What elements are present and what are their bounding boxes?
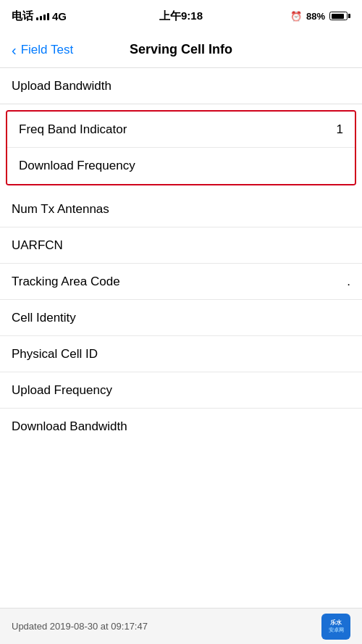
- network-type-label: 4G: [52, 10, 67, 22]
- nav-bar: ‹ Field Test Serving Cell Info: [0, 32, 362, 68]
- upload-bandwidth-label: Upload Bandwidth: [12, 79, 111, 93]
- updated-text: Updated 2019-08-30 at 09:17:47: [12, 621, 148, 632]
- carrier-label: 电话: [12, 9, 33, 23]
- content-area: Upload Bandwidth Freq Band Indicator 1 D…: [0, 68, 362, 445]
- signal-bar-3: [43, 14, 46, 20]
- num-tx-antennas-item: Num Tx Antennas: [0, 191, 362, 227]
- tracking-area-code-item: Tracking Area Code .: [0, 264, 362, 300]
- battery-icon: [329, 12, 350, 20]
- page-title: Serving Cell Info: [130, 42, 232, 57]
- footer-logo-inner: 乐水 安卓网: [329, 620, 344, 632]
- battery-body: [329, 12, 348, 20]
- download-bandwidth-item: Download Bandwidth: [0, 409, 362, 445]
- uarfcn-item: UARFCN: [0, 227, 362, 264]
- uarfcn-label: UARFCN: [12, 238, 63, 253]
- status-bar-right: ⏰ 88%: [290, 11, 350, 22]
- signal-bar-2: [40, 16, 42, 20]
- signal-bars-icon: [36, 12, 49, 20]
- battery-tip: [348, 14, 350, 18]
- highlighted-section: Freq Band Indicator 1 Download Frequency: [6, 110, 356, 185]
- freq-band-label: Freq Band Indicator: [19, 122, 127, 137]
- back-arrow-icon: ‹: [12, 43, 17, 57]
- freq-band-item: Freq Band Indicator 1: [7, 112, 355, 148]
- back-button[interactable]: ‹ Field Test: [12, 43, 73, 57]
- freq-band-value: 1: [337, 122, 343, 137]
- physical-cell-id-item: Physical Cell ID: [0, 336, 362, 372]
- upload-bandwidth-item: Upload Bandwidth: [0, 68, 362, 104]
- footer-logo-top: 乐水: [330, 620, 342, 627]
- status-bar: 电话 4G 上午9:18 ⏰ 88%: [0, 0, 362, 32]
- battery-percent-label: 88%: [306, 11, 325, 22]
- tracking-area-code-label: Tracking Area Code: [12, 275, 120, 289]
- download-freq-item: Download Frequency: [7, 148, 355, 184]
- download-bandwidth-label: Download Bandwidth: [12, 419, 127, 434]
- num-tx-antennas-label: Num Tx Antennas: [12, 202, 109, 217]
- back-label: Field Test: [21, 43, 73, 57]
- signal-bar-1: [36, 17, 38, 20]
- battery-fill: [332, 14, 345, 19]
- footer-logo-bottom: 安卓网: [329, 627, 344, 633]
- physical-cell-id-label: Physical Cell ID: [12, 347, 98, 361]
- cell-identity-label: Cell Identity: [12, 311, 76, 325]
- cell-identity-item: Cell Identity: [0, 300, 362, 336]
- status-bar-time: 上午9:18: [159, 9, 203, 23]
- footer: Updated 2019-08-30 at 09:17:47 乐水 安卓网: [0, 608, 362, 644]
- status-bar-left: 电话 4G: [12, 9, 67, 23]
- signal-bar-4: [47, 13, 49, 20]
- footer-logo: 乐水 安卓网: [321, 614, 350, 640]
- download-freq-label: Download Frequency: [19, 159, 135, 173]
- upload-frequency-label: Upload Frequency: [12, 383, 112, 398]
- tracking-area-code-value: .: [347, 275, 350, 289]
- upload-frequency-item: Upload Frequency: [0, 372, 362, 409]
- alarm-icon: ⏰: [290, 11, 302, 22]
